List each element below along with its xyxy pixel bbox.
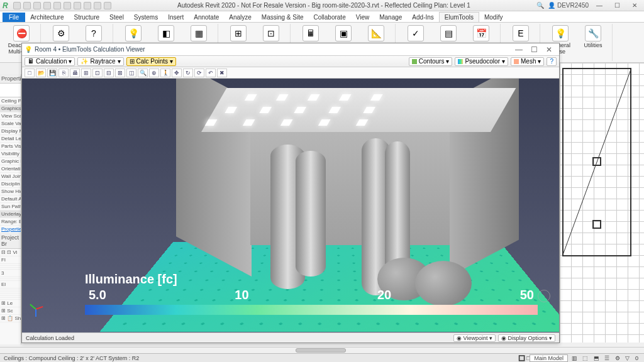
properties-help-link[interactable]: Properties (0, 226, 21, 233)
title-bar: R Autodesk Revit 2020 - Not For Resale V… (0, 0, 644, 11)
raytrace-menu[interactable]: ✨ Raytrace ▾ (77, 57, 123, 66)
results-icon: ✓ (408, 25, 424, 41)
utilities-icon: 🔧 (585, 25, 601, 41)
tab-manage[interactable]: Manage (374, 13, 407, 22)
legend-title: Illuminance [fc] (85, 272, 538, 287)
tool-zoom[interactable]: 🔍 (138, 69, 148, 77)
viewer-titlebar[interactable]: 💡 Room 4 • ElumTools Calculation Viewer … (22, 43, 559, 56)
project-browser-header: Project Br (0, 233, 21, 249)
tool-c[interactable]: ⊟ (104, 69, 114, 77)
illuminance-icon: E (513, 25, 529, 41)
viewer-maximize-button[interactable]: ☐ (526, 45, 541, 54)
legend-tick: 5.0 (89, 288, 106, 302)
gear-icon: ⚙ (53, 25, 69, 41)
tab-addins[interactable]: Add-Ins (407, 13, 438, 22)
status-extra-icons[interactable]: ▥ ⬚ ⬒ ☰ ⚙ ▽ 0 (572, 355, 640, 361)
legend-tick: 20 (377, 288, 391, 302)
deactivate-icon: ⛔ (13, 25, 30, 41)
render-icon: ▤ (440, 25, 457, 41)
quick-access-toolbar[interactable] (13, 2, 111, 9)
general-icon: 💡 (552, 25, 569, 41)
app-logo: R (3, 1, 8, 10)
user-chip[interactable]: 👤 DEVR2450 (548, 2, 589, 9)
maximize-button[interactable]: ☐ (610, 2, 624, 9)
close-button[interactable]: ✕ (628, 2, 641, 9)
tab-elumtools[interactable]: ElumTools (439, 12, 479, 22)
viewer-help-button[interactable]: ? (547, 57, 557, 66)
tool-x[interactable]: ✖ (217, 69, 227, 77)
tool-new[interactable]: □ (25, 69, 35, 77)
tool-print[interactable]: 🖶 (70, 69, 80, 77)
tool-refresh[interactable]: ⟳ (194, 69, 204, 77)
properties-panel: Properties Ceiling Pl Graphics View Sca … (0, 74, 21, 344)
tool-pan[interactable]: ✥ (172, 69, 182, 77)
display-options-menu[interactable]: ◉ Display Options ▾ (498, 334, 555, 342)
tab-view[interactable]: View (351, 13, 375, 22)
legend-tick: 50 (520, 288, 534, 302)
tab-architecture[interactable]: Architecture (25, 13, 69, 22)
edit-points-icon: ⊡ (263, 25, 279, 41)
viewer-menubar: 🖩 Calculation ▾ ✨ Raytrace ▾ ⊞ Calc Poin… (22, 56, 559, 67)
minimize-button[interactable]: — (592, 2, 606, 9)
search-hint[interactable]: 🔍 (536, 2, 544, 9)
contours-menu[interactable]: Contours ▾ (409, 57, 453, 66)
tool-d[interactable]: ⊠ (115, 69, 125, 77)
help-icon: ? (86, 25, 102, 41)
viewer-minimize-button[interactable]: — (511, 45, 526, 54)
legend-gradient (85, 305, 538, 315)
scroll-thumb[interactable] (296, 348, 346, 353)
viewer-icon: 💡 (25, 46, 32, 53)
tab-structure[interactable]: Structure (69, 13, 104, 22)
viewpoint-menu[interactable]: ◉ Viewpoint ▾ (453, 334, 496, 342)
legend-tick: 10 (235, 288, 248, 302)
tab-insert[interactable]: Insert (163, 13, 189, 22)
add-points-icon: ⊞ (230, 25, 247, 41)
tab-modify[interactable]: Modify (479, 13, 508, 22)
horizontal-scrollbar[interactable] (0, 347, 644, 353)
calculation-menu[interactable]: 🖩 Calculation ▾ (25, 57, 75, 66)
mesh-menu[interactable]: Mesh ▾ (511, 57, 544, 66)
tool-walk[interactable]: 🚶 (160, 69, 170, 77)
pseudocolor-menu[interactable]: Pseudocolor ▾ (455, 57, 508, 66)
tab-annotate[interactable]: Annotate (189, 13, 224, 22)
file-tab[interactable]: File (3, 13, 25, 22)
tool-copy[interactable]: ⎘ (58, 69, 69, 77)
bulb-icon: 💡 (125, 25, 142, 41)
tab-massing[interactable]: Massing & Site (257, 13, 309, 22)
schedule-icon: 📅 (473, 25, 489, 41)
calculation-viewer-window: 💡 Room 4 • ElumTools Calculation Viewer … (21, 43, 560, 343)
axis-gizmo[interactable] (27, 300, 45, 317)
tab-steel[interactable]: Steel (104, 13, 129, 22)
status-icons[interactable]: 🔲 □ (518, 355, 530, 361)
viewer-status-text: Calculation Loaded (26, 335, 74, 341)
selection-status: Ceilings : Compound Ceiling : 2' x 2' AC… (4, 355, 139, 361)
tab-analyze[interactable]: Analyze (224, 13, 257, 22)
tab-collaborate[interactable]: Collaborate (309, 13, 351, 22)
tool-e[interactable]: ◫ (126, 69, 136, 77)
tool-fit[interactable]: ⊕ (149, 69, 159, 77)
status-bar: Ceilings : Compound Ceiling : 2' x 2' AC… (0, 353, 644, 362)
viewer-toolbar: □ 📂 💾 ⎘ 🖶 ⊞ ⊡ ⊟ ⊠ ◫ 🔍 ⊕ 🚶 ✥ ↻ ⟳ ↶ ✖ (22, 67, 559, 79)
calcpoints-menu[interactable]: ⊞ Calc Points ▾ (126, 57, 177, 66)
tool-a[interactable]: ⊞ (81, 69, 91, 77)
render-canvas[interactable]: Illuminance [fc] 5.0 10 20 50 (22, 79, 559, 332)
database-icon: ◧ (158, 25, 174, 41)
properties-header: Properties (0, 74, 21, 84)
tool-save[interactable]: 💾 (47, 69, 57, 77)
grid-icon: ▦ (191, 25, 207, 41)
plan-view[interactable] (560, 63, 644, 343)
viewer-title: Room 4 • ElumTools Calculation Viewer (35, 46, 145, 53)
tool-b[interactable]: ⊡ (92, 69, 103, 77)
compass-icon[interactable] (538, 290, 550, 302)
color-legend: Illuminance [fc] 5.0 10 20 50 (85, 272, 538, 315)
calculator-icon: 🖩 (303, 25, 319, 41)
ribbon-tabs: File Architecture Structure Steel System… (0, 11, 644, 23)
utilities-button[interactable]: 🔧Utilities (578, 24, 608, 55)
tool-open[interactable]: 📂 (36, 69, 46, 77)
tool-undo[interactable]: ↶ (206, 69, 216, 77)
main-model-dropdown[interactable]: Main Model (530, 354, 568, 362)
room-geometry (201, 88, 491, 295)
tool-orbit[interactable]: ↻ (183, 69, 193, 77)
tab-systems[interactable]: Systems (129, 13, 163, 22)
viewer-close-button[interactable]: ✕ (541, 45, 557, 54)
